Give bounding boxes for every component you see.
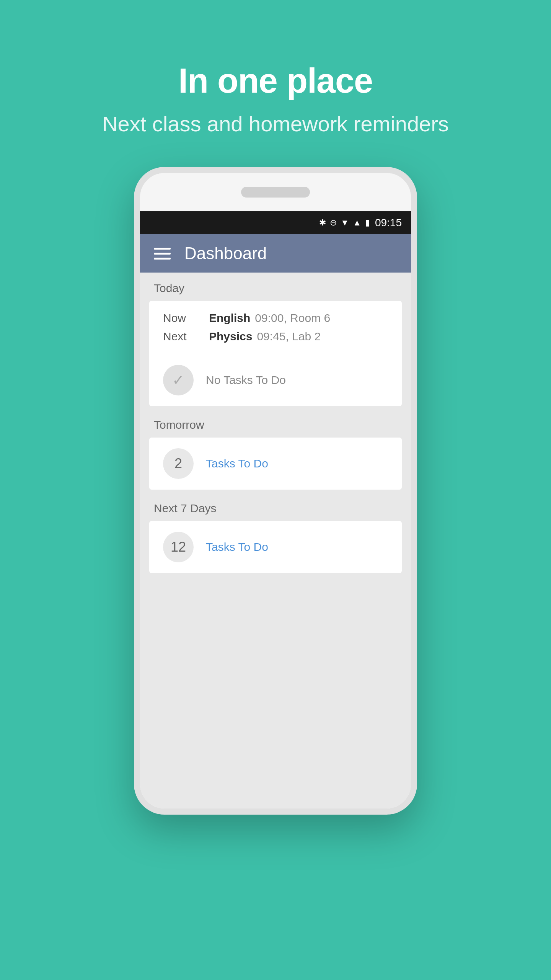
next7days-task-circle: 12	[163, 532, 194, 562]
phone-wrapper: ✱ ⊖ ▼ ▲ ▮ 09:15 Dashboard	[0, 167, 551, 815]
status-bar: ✱ ⊖ ▼ ▲ ▮ 09:15	[140, 211, 411, 234]
hamburger-menu-button[interactable]	[154, 248, 171, 260]
now-class-item: Now English 09:00, Room 6	[163, 312, 388, 325]
dnd-icon: ⊖	[330, 218, 337, 228]
phone-top	[140, 173, 411, 211]
today-tasks-row: ✓ No Tasks To Do	[149, 354, 402, 406]
hero-subtitle: Next class and homework reminders	[102, 111, 449, 136]
hamburger-line-3	[154, 258, 171, 260]
signal-icon: ▲	[353, 218, 361, 228]
today-task-label: No Tasks To Do	[206, 374, 286, 387]
next-subject: Physics	[209, 330, 252, 343]
status-icons: ✱ ⊖ ▼ ▲ ▮	[319, 218, 370, 228]
wifi-icon: ▼	[341, 218, 349, 228]
next7days-tasks-row: 12 Tasks To Do	[149, 521, 402, 573]
today-section: Today Now English 09:00, Room 6 Next Phy…	[140, 273, 411, 406]
now-details: 09:00, Room 6	[255, 312, 330, 325]
next7days-task-label[interactable]: Tasks To Do	[206, 541, 268, 554]
hero-title: In one place	[178, 61, 373, 101]
tomorrow-section: Tomorrow 2 Tasks To Do	[140, 409, 411, 490]
today-label: Today	[140, 273, 411, 301]
next7days-section: Next 7 Days 12 Tasks To Do	[140, 493, 411, 573]
next7days-task-count: 12	[171, 539, 186, 555]
tomorrow-tasks-card[interactable]: 2 Tasks To Do	[149, 438, 402, 490]
next7days-label: Next 7 Days	[140, 493, 411, 521]
status-time: 09:15	[375, 217, 402, 229]
tomorrow-tasks-row: 2 Tasks To Do	[149, 438, 402, 490]
bluetooth-icon: ✱	[319, 218, 326, 228]
app-content: Today Now English 09:00, Room 6 Next Phy…	[140, 273, 411, 808]
checkmark-icon: ✓	[172, 372, 184, 389]
hamburger-line-1	[154, 248, 171, 250]
next-label: Next	[163, 330, 209, 343]
tomorrow-label: Tomorrow	[140, 409, 411, 438]
now-subject: English	[209, 312, 250, 325]
battery-icon: ▮	[365, 218, 370, 228]
phone-mockup: ✱ ⊖ ▼ ▲ ▮ 09:15 Dashboard	[134, 167, 417, 815]
now-label: Now	[163, 312, 209, 325]
app-bar-title: Dashboard	[184, 244, 267, 263]
today-classes-card: Now English 09:00, Room 6 Next Physics 0…	[149, 301, 402, 406]
tomorrow-task-count: 2	[174, 456, 182, 472]
hero-section: In one place Next class and homework rem…	[102, 0, 449, 136]
next-details: 09:45, Lab 2	[257, 330, 321, 343]
phone-bottom-pad	[140, 576, 411, 653]
tomorrow-task-circle: 2	[163, 448, 194, 479]
phone-speaker	[241, 187, 310, 198]
hamburger-line-2	[154, 253, 171, 255]
next-class-item: Next Physics 09:45, Lab 2	[163, 330, 388, 343]
next7days-tasks-card[interactable]: 12 Tasks To Do	[149, 521, 402, 573]
tomorrow-task-label[interactable]: Tasks To Do	[206, 457, 268, 470]
classes-list: Now English 09:00, Room 6 Next Physics 0…	[149, 301, 402, 354]
today-task-circle: ✓	[163, 365, 194, 395]
app-bar: Dashboard	[140, 234, 411, 273]
